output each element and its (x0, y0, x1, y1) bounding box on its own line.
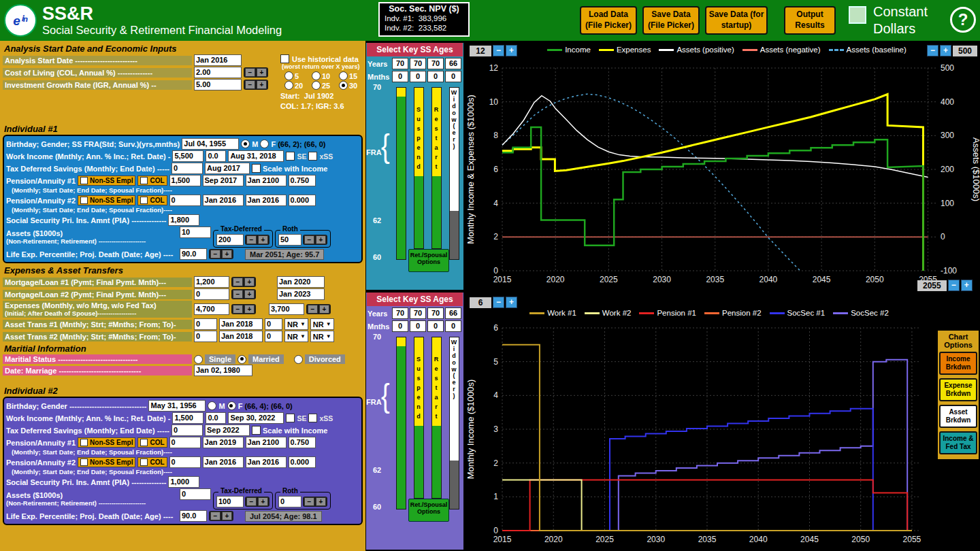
ind2-pension1-amount-input[interactable]: 0 (169, 437, 201, 448)
ind2-pension2-amount-input[interactable]: 0 (169, 456, 201, 468)
ind1-pension1-amount-input[interactable]: 1,500 (169, 175, 201, 186)
ss-slider-widow[interactable]: W i d o w ( e r ) (449, 87, 459, 260)
ind2-taxdeferred-input[interactable]: 100 (216, 496, 244, 507)
ss2-mnths-spin-1[interactable]: 0 (392, 320, 408, 332)
hist-25-radio[interactable] (312, 81, 321, 90)
asset-trans1-from-select[interactable]: NR▼ (284, 318, 308, 330)
mortgage1-decrement[interactable]: − (233, 278, 243, 286)
ind2-pension2-end-input[interactable]: Jan 2016 (246, 456, 287, 468)
ind2-gender-male-radio[interactable] (208, 401, 216, 410)
mortgage1-input[interactable]: 1,200 (194, 276, 229, 288)
ind2-taxdef-end-input[interactable]: Sep 2022 (205, 424, 250, 436)
ind1-taxdef-end-input[interactable]: Aug 2017 (205, 163, 250, 174)
asset-trans2-from-select[interactable]: NR▼ (284, 331, 308, 342)
ind1-gender-female-radio[interactable] (260, 139, 269, 148)
y-right-max-decrement[interactable]: − (927, 45, 938, 56)
hist-5-radio[interactable] (284, 71, 293, 80)
ss-slider-restart[interactable]: R e s t a r t (431, 87, 442, 249)
marital-divorced-radio[interactable] (294, 355, 303, 364)
ind2-pension1-nonss-chip[interactable]: Non-SS Empl (78, 437, 135, 448)
asset-trans2-months-input[interactable]: 0 (265, 331, 282, 342)
ind1-pension1-col-chip[interactable]: COL (137, 176, 167, 186)
expenses-initial-increment[interactable]: + (244, 305, 255, 314)
ind1-roth-decrement[interactable]: − (304, 235, 314, 244)
ind2-roth-input[interactable]: 0 (278, 496, 301, 507)
marital-single-radio[interactable] (194, 355, 203, 364)
asset-trans1-months-input[interactable]: 0 (265, 318, 282, 330)
y-bottom-max-increment[interactable]: + (506, 297, 517, 308)
ss-slider-1[interactable] (396, 87, 406, 260)
ind2-assets-nonret-input[interactable]: 0 (180, 488, 211, 500)
ind1-pension2-start-input[interactable]: Jan 2016 (203, 195, 244, 206)
ss-slider-restart[interactable]: R e s t a r t (431, 337, 442, 499)
ind2-se-checkbox[interactable] (286, 414, 295, 422)
y-bottom-max-value[interactable]: 6 (470, 297, 491, 308)
ind1-roth-input[interactable]: 50 (278, 234, 301, 246)
col-decrement-button[interactable]: − (245, 68, 255, 77)
ss-slider-widow[interactable]: W i d o w ( e r ) (449, 337, 459, 510)
ind2-work-monthly-input[interactable]: 1,500 (172, 412, 203, 424)
ind1-gender-male-radio[interactable] (241, 139, 250, 148)
nonss-checkbox[interactable] (80, 458, 88, 466)
expenses-after-increment[interactable]: + (319, 305, 329, 314)
ind1-pension2-col-chip[interactable]: COL (137, 195, 167, 205)
nonss-checkbox[interactable] (80, 439, 88, 446)
asset-trans2-to-select[interactable]: NR▼ (310, 331, 334, 342)
ss1-mnths-spin-2[interactable]: 0 (410, 71, 426, 82)
ind2-gender-female-radio[interactable] (227, 401, 236, 410)
save-data-button[interactable]: Save Data (File Picker) (642, 6, 700, 35)
ss1-years-spin-2[interactable]: 70 (410, 58, 426, 69)
igr-input[interactable]: 5.00 (194, 79, 242, 90)
hist-30-radio[interactable] (339, 81, 348, 90)
expenses-after-decrement[interactable]: − (308, 305, 318, 314)
ind1-lifeexp-input[interactable]: 90.0 (180, 248, 207, 260)
ss1-mnths-spin-1[interactable]: 0 (392, 71, 408, 82)
ss1-mnths-spin-3[interactable]: 0 (427, 71, 444, 82)
mortgage1-final-date-input[interactable]: Jan 2020 (277, 276, 325, 288)
asset-trans2-amount-input[interactable]: 0 (194, 331, 217, 342)
ind2-pia-input[interactable]: 1,000 (168, 476, 199, 488)
ss2-years-spin-2[interactable]: 70 (410, 307, 426, 319)
ss2-years-spin-1[interactable]: 70 (392, 307, 408, 319)
ind2-lifeexp-input[interactable]: 90.0 (180, 510, 207, 522)
mortgage2-input[interactable]: 0 (194, 288, 229, 300)
hist-15-radio[interactable] (339, 71, 348, 80)
y-left-max-decrement[interactable]: − (493, 45, 504, 56)
expenses-initial-input[interactable]: 4,700 (194, 303, 229, 315)
ind1-taxdeferred-decrement[interactable]: − (246, 235, 257, 244)
ind1-lifeexp-increment[interactable]: + (222, 250, 232, 258)
ind1-pia-input[interactable]: 1,800 (168, 214, 199, 226)
ind1-taxdeferred-input[interactable]: 200 (216, 234, 244, 246)
x-max-decrement[interactable]: − (948, 280, 960, 291)
ss-slider-1[interactable] (396, 337, 406, 510)
ind1-pension2-nonss-chip[interactable]: Non-SS Empl (78, 195, 135, 205)
mortgage2-increment[interactable]: + (244, 290, 255, 299)
y-left-max-increment[interactable]: + (506, 45, 517, 56)
help-button[interactable]: ? (950, 7, 976, 33)
asset-trans1-start-input[interactable]: Jan 2018 (219, 318, 263, 330)
ind2-lifeexp-decrement[interactable]: − (210, 512, 220, 520)
asset-brkdwn-button[interactable]: Asset Brkdwn (939, 405, 977, 428)
ind2-work-increase-input[interactable]: 0.0 (206, 412, 226, 424)
ss-slider-suspend[interactable]: S u s p e n d (414, 87, 424, 249)
ss2-mnths-spin-3[interactable]: 0 (427, 320, 444, 332)
ind2-roth-increment[interactable]: + (316, 497, 326, 506)
mortgage2-decrement[interactable]: − (233, 290, 243, 299)
mortgage1-increment[interactable]: + (244, 278, 255, 286)
nonss-checkbox[interactable] (80, 177, 88, 184)
ss-slider-suspend[interactable]: S u s p e n d (414, 337, 424, 499)
ind1-birthday-input[interactable]: Jul 04, 1955 (182, 138, 239, 150)
save-data-startup-button[interactable]: Save Data (for startup) (705, 6, 768, 35)
ind2-taxdef-monthly-input[interactable]: 0 (172, 424, 203, 436)
ind2-pension1-start-input[interactable]: Jan 2019 (203, 437, 244, 448)
ss1-years-spin-1[interactable]: 70 (392, 58, 408, 69)
ind2-birthday-input[interactable]: May 31, 1956 (148, 400, 206, 412)
col-checkbox[interactable] (140, 177, 148, 184)
ind2-taxdeferred-increment[interactable]: + (258, 497, 268, 506)
ind1-retirement-date-input[interactable]: Aug 31, 2018 (228, 150, 284, 162)
col-increment-button[interactable]: + (257, 68, 267, 77)
analysis-start-date-input[interactable]: Jan 2016 (194, 54, 242, 66)
ss2-mnths-spin-4[interactable]: 0 (445, 320, 461, 332)
ind1-work-increase-input[interactable]: 0.0 (206, 150, 226, 162)
ind2-pension2-nonss-chip[interactable]: Non-SS Empl (78, 457, 135, 467)
